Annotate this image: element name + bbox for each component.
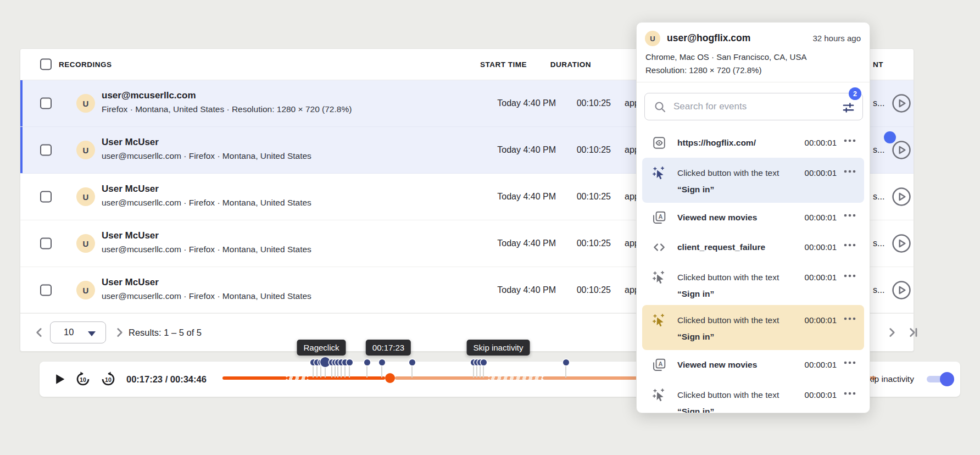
resolution-meta: Resolution: 1280 × 720 (72.8%)	[645, 65, 761, 75]
more-options-icon[interactable]	[843, 387, 856, 406]
pagination-last-icon[interactable]	[906, 325, 920, 340]
recording-meta: user@mcuserllc.com · Firefox · Montana, …	[102, 291, 311, 301]
svg-text:10: 10	[80, 376, 86, 383]
more-options-icon[interactable]	[843, 165, 856, 184]
event-timestamp: 00:00:01	[805, 210, 837, 225]
event-timestamp: 00:00:01	[805, 165, 837, 181]
event-list-item[interactable]: client_request_failure00:00:01	[642, 232, 864, 262]
event-name: https://hogflix.com/	[677, 135, 787, 151]
marker-stem	[320, 365, 321, 378]
select-all-checkbox[interactable]	[40, 59, 52, 70]
event-marker[interactable]	[364, 359, 370, 365]
row-play-button[interactable]	[892, 234, 911, 253]
play-button[interactable]	[52, 371, 67, 387]
event-marker[interactable]	[347, 359, 353, 365]
truncated-cell: s...	[873, 98, 884, 108]
column-header-duration: DURATION	[517, 60, 591, 69]
recording-person-title: User McUser	[102, 277, 159, 288]
page-size-value: 10	[64, 327, 74, 337]
timeline-tooltip: Skip inactivity	[467, 340, 530, 356]
event-marker[interactable]	[563, 359, 569, 365]
duration-cell: 00:10:25	[537, 285, 611, 295]
event-name: Clicked button with the text “Sign in”	[677, 269, 787, 302]
timeline-segment-future-inactive	[489, 376, 543, 380]
search-input[interactable]	[673, 93, 838, 120]
recording-meta: user@mcuserllc.com · Firefox · Montana, …	[102, 245, 311, 254]
playback-time: 00:17:23 / 00:34:46	[126, 374, 207, 385]
row-checkbox[interactable]	[40, 191, 52, 203]
row-play-button[interactable]	[892, 93, 911, 113]
avatar: U	[76, 234, 95, 253]
marker-stem	[316, 365, 318, 378]
recording-person-title: user@mcuserllc.com	[102, 90, 196, 101]
timeline-tooltip: Rageclick	[297, 340, 346, 356]
event-list-item[interactable]: Clicked button with the text “Sign in”00…	[642, 380, 864, 413]
svg-text:A: A	[658, 360, 662, 367]
skip-inactivity-toggle[interactable]	[927, 372, 953, 386]
row-checkbox[interactable]	[40, 285, 52, 296]
recording-age: 32 hours ago	[812, 34, 861, 43]
rewind-10-button[interactable]: 10	[75, 371, 91, 387]
avatar: U	[76, 94, 95, 113]
page-size-select[interactable]: 10	[50, 321, 106, 343]
marker-stem	[411, 365, 413, 378]
more-options-icon[interactable]	[843, 269, 856, 288]
marker-stem	[337, 365, 338, 378]
marker-stem	[483, 365, 484, 378]
more-options-icon[interactable]	[843, 238, 856, 256]
duration-cell: 00:10:25	[537, 192, 611, 202]
more-options-icon[interactable]	[843, 356, 856, 374]
marker-stem	[344, 365, 346, 378]
event-marker[interactable]	[481, 359, 487, 365]
more-options-icon[interactable]	[843, 134, 856, 152]
person-events-popover: U user@hogflix.com 32 hours ago Chrome, …	[636, 22, 870, 413]
event-list-item[interactable]: https://hogflix.com/00:00:01	[642, 128, 864, 158]
row-play-button[interactable]	[892, 140, 911, 160]
truncated-cell: s...	[873, 285, 884, 295]
row-checkbox[interactable]	[40, 98, 52, 109]
event-list-item[interactable]: Clicked button with the text “Sign in”00…	[642, 305, 864, 350]
marker-stem	[366, 365, 368, 378]
recording-meta: Firefox · Montana, United States · Resol…	[102, 104, 352, 114]
action-icon: A	[652, 358, 666, 372]
truncated-cell: s...	[873, 145, 884, 155]
event-list: https://hogflix.com/00:00:01Clicked butt…	[637, 128, 870, 413]
event-name: Clicked button with the text “Sign in”	[677, 312, 787, 345]
event-timestamp: 00:00:01	[805, 387, 837, 403]
event-marker[interactable]	[379, 359, 385, 365]
pagination-next-right-icon[interactable]	[885, 325, 899, 340]
marker-stem	[335, 365, 336, 378]
pagination-next-icon[interactable]	[113, 325, 127, 340]
row-play-button[interactable]	[892, 187, 911, 207]
autocapture-icon	[652, 270, 666, 285]
event-name: Clicked button with the text “Sign in”	[677, 387, 787, 413]
timeline-segment-played-inactive	[287, 376, 308, 380]
playhead[interactable]	[385, 373, 395, 383]
action-icon: A	[652, 210, 666, 225]
event-name: Viewed new movies	[677, 357, 787, 373]
more-options-icon[interactable]	[843, 312, 856, 331]
avatar: U	[76, 187, 95, 206]
event-list-item[interactable]: Clicked button with the text “Sign in”00…	[642, 262, 864, 305]
event-timestamp: 00:00:01	[805, 269, 837, 286]
more-options-icon[interactable]	[843, 209, 856, 226]
event-list-item[interactable]: AViewed new movies00:00:01	[642, 350, 864, 380]
recording-meta: user@mcuserllc.com · Firefox · Montana, …	[102, 151, 311, 161]
event-list-item[interactable]: AViewed new movies00:00:01	[642, 203, 864, 232]
timeline-segment-played	[222, 376, 287, 380]
timeline-segment-played	[308, 376, 385, 380]
row-play-button[interactable]	[892, 280, 911, 300]
filter-settings-icon[interactable]	[842, 101, 855, 114]
event-list-item[interactable]: Clicked button with the text “Sign in”00…	[642, 158, 864, 203]
event-marker[interactable]	[409, 359, 415, 365]
pagination-prev-icon[interactable]	[32, 325, 47, 340]
event-icon	[652, 240, 666, 254]
recording-meta: user@mcuserllc.com · Firefox · Montana, …	[102, 198, 311, 208]
row-checkbox[interactable]	[40, 238, 52, 249]
duration-cell: 00:10:25	[537, 145, 611, 155]
event-name: Clicked button with the text “Sign in”	[677, 165, 787, 198]
session-replay-page: RECORDINGS START TIME DURATION NT Uuser@…	[0, 0, 980, 455]
forward-10-button[interactable]: 10	[100, 371, 116, 387]
row-checkbox[interactable]	[40, 145, 52, 156]
marker-stem	[341, 365, 342, 378]
